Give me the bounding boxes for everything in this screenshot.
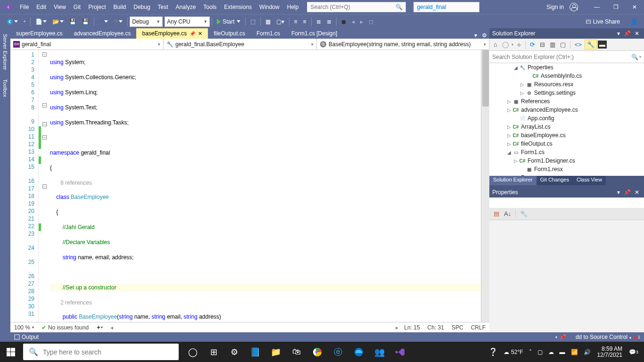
se-refresh-icon[interactable]: ⟳ xyxy=(528,40,537,49)
tree-item[interactable]: 📄App.config xyxy=(489,114,644,123)
issues-status[interactable]: ✔No issues found xyxy=(41,324,89,331)
start-button[interactable] xyxy=(0,342,21,362)
se-search[interactable]: 🔍▾ xyxy=(489,51,644,63)
se-tab-solution[interactable]: Solution Explorer xyxy=(489,176,537,185)
close-icon[interactable]: ✕ xyxy=(198,31,202,37)
se-properties-icon[interactable]: 🔧 xyxy=(585,40,597,49)
vs-icon[interactable] xyxy=(390,342,411,362)
zoom-level[interactable]: 100 % ▾ xyxy=(14,324,34,331)
health-icon[interactable]: ✦ ▾ xyxy=(96,324,103,331)
tree-item[interactable]: ◢🔧Properties xyxy=(489,63,644,72)
signin-link[interactable]: Sign in xyxy=(543,2,568,12)
tab-form1[interactable]: Form1.cs xyxy=(251,28,286,39)
panel-close-icon[interactable]: ✕ xyxy=(633,189,641,196)
menu-window[interactable]: Window xyxy=(256,2,283,12)
tree-item[interactable]: C#AssemblyInfo.cs xyxy=(489,72,644,80)
se-tab-classview[interactable]: Class View xyxy=(573,176,606,185)
menu-build[interactable]: Build xyxy=(110,2,130,12)
menu-project[interactable]: Project xyxy=(84,2,109,12)
tree-item[interactable]: ▷▦Resources.resx xyxy=(489,80,644,89)
tree-item[interactable]: ▷⚙Settings.settings xyxy=(489,89,644,97)
code-editor[interactable]: 1234567891011121314151617181920212223242… xyxy=(10,50,489,322)
volume-icon[interactable]: 🔊 xyxy=(581,349,594,355)
se-back-icon[interactable]: ◯ xyxy=(500,40,511,49)
menu-extensions[interactable]: Extensions xyxy=(220,2,256,12)
wifi-icon[interactable]: 📶 xyxy=(568,349,581,355)
prop-sort-icon[interactable]: A↓ xyxy=(502,209,513,218)
menu-debug[interactable]: Debug xyxy=(130,2,154,12)
tb-icon-1[interactable]: ⬚ xyxy=(248,16,258,27)
nav-member-combo[interactable]: 🔘 BaseEmployee(string name, string email… xyxy=(317,39,489,49)
code-content[interactable]: using System; using System.Collections.G… xyxy=(48,50,481,322)
tree-item[interactable]: ▷C#Form1.Designer.cs xyxy=(489,156,644,165)
indent-more[interactable]: ≡ xyxy=(301,16,309,27)
tree-item[interactable]: ◢▭Form1.cs xyxy=(489,148,644,156)
feedback-button[interactable]: 👤 xyxy=(628,16,640,27)
user-icon[interactable] xyxy=(570,3,578,11)
panel-close-icon[interactable]: ✕ xyxy=(633,30,641,37)
ie-icon[interactable]: ⓔ xyxy=(328,342,348,362)
add-source-control[interactable]: dd to Source Control xyxy=(576,334,627,340)
solution-name[interactable]: gerald_final xyxy=(413,2,479,12)
menu-git[interactable]: Git xyxy=(70,2,84,12)
taskbar-search-input[interactable] xyxy=(43,348,173,356)
se-copy-icon[interactable]: ▢ xyxy=(558,40,568,49)
store-icon[interactable]: 🛍 xyxy=(286,342,307,362)
tray-up-icon[interactable]: ˄ xyxy=(526,349,535,355)
tb-icon-2[interactable]: ▦ xyxy=(263,16,273,27)
se-showall-icon[interactable]: ▥ xyxy=(548,40,557,49)
nav-back-button[interactable] xyxy=(4,16,20,27)
tab-baseemployee[interactable]: baseEmployee.cs📌✕ xyxy=(136,28,208,39)
panel-dropdown[interactable]: ▾ xyxy=(615,189,622,196)
menu-view[interactable]: View xyxy=(50,2,70,12)
tree-item[interactable]: ▷▦References xyxy=(489,97,644,106)
fold-margin[interactable]: −−−−− xyxy=(41,50,48,322)
indent-less[interactable]: ≡ xyxy=(292,16,300,27)
search-input[interactable] xyxy=(310,4,396,10)
solution-tree[interactable]: ◢🔧PropertiesC#AssemblyInfo.cs▷▦Resources… xyxy=(489,63,644,176)
menu-test[interactable]: Test xyxy=(154,2,172,12)
taskbar-search[interactable]: 🔍 xyxy=(23,344,179,360)
bookmark-button[interactable]: ◼ xyxy=(339,16,348,27)
meet-now-icon[interactable]: ▢ xyxy=(535,349,545,355)
menu-tools[interactable]: Tools xyxy=(199,2,220,12)
nav-project-combo[interactable]: C#gerald_final▾ xyxy=(10,39,164,49)
notification-icon[interactable] xyxy=(633,335,638,339)
menu-edit[interactable]: Edit xyxy=(33,2,50,12)
battery-icon[interactable]: ▬ xyxy=(557,349,568,355)
weather-widget[interactable]: ☁ 52°F xyxy=(501,349,526,355)
se-preview-icon[interactable]: ▬ xyxy=(598,41,607,49)
settings-icon[interactable]: ⚙ xyxy=(224,342,245,362)
panel-pin-icon[interactable]: 📌 xyxy=(622,30,633,37)
tab-form1-design[interactable]: Form1.cs [Design] xyxy=(286,28,343,39)
explorer-icon[interactable]: 📁 xyxy=(265,342,286,362)
start-debug-button[interactable]: Start xyxy=(214,18,243,25)
indent-mode[interactable]: SPC xyxy=(452,324,463,331)
notifications-icon[interactable]: 💬3 xyxy=(626,349,641,355)
pin-icon[interactable]: 📌 xyxy=(190,31,195,36)
comment-button[interactable]: ≣ xyxy=(314,16,323,27)
line-ending[interactable]: CRLF xyxy=(471,324,486,331)
close-button[interactable]: ✕ xyxy=(625,0,644,14)
cortana-icon[interactable]: ◯ xyxy=(182,342,203,362)
se-tab-git[interactable]: Git Changes xyxy=(537,176,573,185)
se-collapse-icon[interactable]: ⊟ xyxy=(538,40,547,49)
tree-item[interactable]: ▷C#advancedEmployee.cs xyxy=(489,106,644,114)
save-all-button[interactable]: 💾 xyxy=(80,16,91,27)
se-search-input[interactable] xyxy=(492,54,631,60)
output-panel-tab[interactable]: Output ▾ 📌 dd to Source Control ▴ 1 xyxy=(0,332,644,342)
server-explorer-tab[interactable]: Server Explorer xyxy=(1,30,9,74)
prop-pages-icon[interactable]: 🔧 xyxy=(518,209,529,218)
undo-button[interactable]: ↶ xyxy=(97,16,110,27)
minimize-button[interactable]: — xyxy=(587,0,606,14)
save-button[interactable]: 💾 xyxy=(67,16,79,27)
taskview-icon[interactable]: ⊞ xyxy=(203,342,224,362)
nav-fwd-button[interactable]: • xyxy=(21,16,28,27)
help-icon[interactable]: ❔ xyxy=(486,347,501,356)
uncomment-button[interactable]: ≣ xyxy=(324,16,334,27)
tab-superemployee[interactable]: superEmployee.cs xyxy=(10,28,68,39)
new-project-button[interactable]: 📄 xyxy=(33,16,49,27)
se-code-icon[interactable]: <> xyxy=(573,40,584,49)
nav-type-combo[interactable]: 🔧 gerald_final.BaseEmployee▾ xyxy=(164,39,317,49)
bookmark-prev[interactable]: ◂ xyxy=(349,16,357,27)
